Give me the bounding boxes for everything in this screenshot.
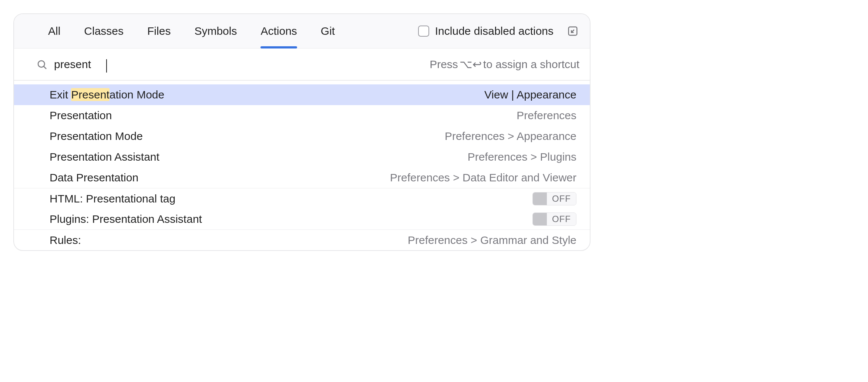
label-match: Present bbox=[71, 88, 109, 101]
tab-label: Files bbox=[147, 25, 171, 37]
tab-all[interactable]: All bbox=[36, 14, 72, 48]
tab-git[interactable]: Git bbox=[309, 14, 347, 48]
result-row[interactable]: Presentation Assistant Preferences > Plu… bbox=[14, 147, 590, 167]
result-label: Plugins: Presentation Assistant bbox=[50, 213, 202, 225]
result-row[interactable]: Presentation Preferences bbox=[14, 105, 590, 126]
tab-label: All bbox=[48, 25, 60, 37]
search-input-wrap bbox=[54, 58, 106, 71]
checkbox-box bbox=[418, 26, 429, 37]
result-label: Data Presentation bbox=[50, 171, 138, 184]
result-path: Preferences > Data Editor and Viewer bbox=[390, 171, 576, 184]
toggle-state: OFF bbox=[547, 214, 576, 224]
result-row[interactable]: Presentation Mode Preferences > Appearan… bbox=[14, 126, 590, 147]
result-row[interactable]: HTML: Presentational tag OFF bbox=[14, 188, 590, 209]
result-label: Exit Presentation Mode bbox=[50, 88, 164, 101]
include-disabled-label: Include disabled actions bbox=[435, 25, 554, 37]
search-everywhere-popup: All Classes Files Symbols Actions Git In… bbox=[13, 13, 591, 251]
toggle-state: OFF bbox=[547, 194, 576, 204]
tab-symbols[interactable]: Symbols bbox=[182, 14, 249, 48]
tabs-bar: All Classes Files Symbols Actions Git In… bbox=[14, 14, 590, 48]
result-path: Preferences > Plugins bbox=[468, 151, 576, 163]
tab-label: Actions bbox=[260, 25, 297, 37]
search-icon bbox=[36, 59, 47, 70]
search-input[interactable] bbox=[54, 58, 106, 71]
result-label: Rules: bbox=[50, 234, 81, 247]
hint-suffix: to assign a shortcut bbox=[483, 58, 579, 71]
toggle-knob bbox=[533, 192, 547, 205]
result-label: Presentation Assistant bbox=[50, 151, 159, 163]
hint-keys: ⌥↩ bbox=[460, 58, 482, 71]
tab-label: Symbols bbox=[194, 25, 237, 37]
results-list: Exit Presentation Mode View | Appearance… bbox=[14, 81, 590, 250]
shortcut-hint: Press ⌥↩ to assign a shortcut bbox=[430, 58, 579, 71]
open-as-toolwindow-icon[interactable] bbox=[566, 24, 579, 38]
result-row[interactable]: Rules: Preferences > Grammar and Style bbox=[14, 229, 590, 250]
result-row[interactable]: Exit Presentation Mode View | Appearance bbox=[14, 84, 590, 105]
result-label: Presentation bbox=[50, 109, 112, 122]
tab-label: Git bbox=[321, 25, 335, 37]
result-label: Presentation Mode bbox=[50, 130, 143, 143]
tab-actions[interactable]: Actions bbox=[249, 14, 309, 48]
tabs: All Classes Files Symbols Actions Git bbox=[36, 14, 347, 48]
tab-files[interactable]: Files bbox=[135, 14, 182, 48]
include-disabled-checkbox[interactable]: Include disabled actions bbox=[418, 25, 554, 37]
result-path: Preferences bbox=[517, 109, 576, 122]
result-row[interactable]: Data Presentation Preferences > Data Edi… bbox=[14, 167, 590, 188]
label-post: ation Mode bbox=[110, 88, 164, 101]
result-label: HTML: Presentational tag bbox=[50, 192, 175, 205]
toggle-switch[interactable]: OFF bbox=[532, 212, 576, 226]
search-row: Press ⌥↩ to assign a shortcut bbox=[14, 48, 590, 81]
label-pre: Exit bbox=[50, 88, 71, 101]
toggle-knob bbox=[533, 213, 547, 225]
result-path: View | Appearance bbox=[484, 88, 576, 101]
result-path: Preferences > Appearance bbox=[445, 130, 576, 143]
toggle-switch[interactable]: OFF bbox=[532, 192, 576, 205]
hint-prefix: Press bbox=[430, 58, 458, 71]
tab-label: Classes bbox=[84, 25, 124, 37]
result-row[interactable]: Plugins: Presentation Assistant OFF bbox=[14, 209, 590, 229]
tab-classes[interactable]: Classes bbox=[72, 14, 135, 48]
result-path: Preferences > Grammar and Style bbox=[408, 234, 576, 247]
text-caret bbox=[106, 59, 107, 73]
